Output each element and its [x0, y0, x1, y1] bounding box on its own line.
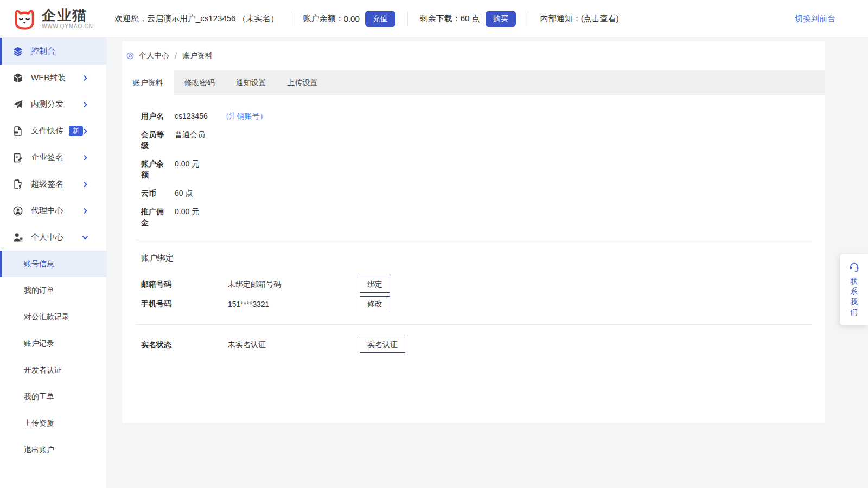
field-label: 账户余额 [141, 158, 167, 180]
paper-plane-icon [12, 99, 23, 110]
sidebar-subitem-label: 我的订单 [24, 286, 54, 296]
person-icon [12, 232, 23, 243]
sidebar-subitem-label: 账户记录 [24, 339, 54, 349]
sidebar-subitem-account-info[interactable]: 账号信息 [0, 251, 106, 277]
field-label: 推广佣金 [141, 206, 167, 228]
chevron-right-icon [81, 181, 89, 188]
tab-upload-settings[interactable]: 上传设置 [277, 70, 328, 95]
contact-us-label: 们 [850, 307, 858, 317]
certificate-file-icon [12, 179, 23, 190]
tab-notification-settings[interactable]: 通知设置 [225, 70, 277, 95]
sidebar-subitem-upload-qualification[interactable]: 上传资质 [0, 410, 106, 436]
cat-logo-icon [12, 8, 37, 30]
realname-verify-button[interactable]: 实名认证 [360, 337, 405, 353]
balance-value: 0.00 [344, 14, 360, 23]
contact-us-label: 我 [850, 297, 858, 307]
breadcrumb-page: 账户资料 [182, 51, 213, 61]
sidebar-item-personal-center[interactable]: 个人中心 [0, 224, 106, 251]
modify-phone-button[interactable]: 修改 [360, 296, 390, 312]
binding-section-title: 账户绑定 [141, 253, 825, 264]
bind-email-button[interactable]: 绑定 [360, 277, 390, 293]
section-divider [136, 324, 811, 325]
sidebar-item-super-signature[interactable]: 超级签名 [0, 171, 106, 197]
sidebar-item-file-transfer[interactable]: 文件快传 新 [0, 118, 106, 144]
chevron-right-icon [81, 74, 89, 82]
sidebar-subitem-developer-auth[interactable]: 开发者认证 [0, 357, 106, 383]
sidebar-subitem-label: 上传资质 [24, 419, 54, 428]
header-divider [528, 12, 528, 26]
cloud-coin-value: 60 点 [175, 188, 193, 198]
sidebar-item-label: WEB封装 [31, 73, 66, 83]
sidebar-subitem-label: 账号信息 [24, 259, 54, 269]
clipboard-pen-icon [12, 152, 23, 163]
field-label: 云币 [141, 188, 167, 198]
sidebar-subitem-label: 退出账户 [24, 445, 54, 455]
main-content: 个人中心 / 账户资料 账户资料 修改密码 通知设置 上传设置 用户名 cs12… [107, 38, 868, 488]
internal-notice-link[interactable]: 内部通知：(点击查看) [540, 14, 619, 24]
breadcrumb-section[interactable]: 个人中心 [139, 51, 169, 61]
chevron-right-icon [81, 127, 89, 135]
deactivate-account-link[interactable]: （注销账号） [222, 112, 267, 120]
sidebar-item-label: 控制台 [31, 46, 55, 56]
tab-change-password[interactable]: 修改密码 [174, 70, 225, 95]
balance-group: 账户余额： 0.00 充值 [303, 11, 395, 27]
sidebar-subitem-logout[interactable]: 退出账户 [0, 436, 106, 463]
account-balance-row: 账户余额 0.00 元 [141, 158, 811, 180]
field-label: 手机号码 [141, 299, 228, 309]
welcome-text: 欢迎您，云启演示用户_cs123456 （未实名） [114, 14, 279, 24]
sidebar-item-label: 企业签名 [31, 152, 63, 163]
header-divider [291, 12, 291, 26]
sidebar-subitem-my-orders[interactable]: 我的订单 [0, 277, 106, 304]
sidebar-item-beta-distribution[interactable]: 内测分发 [0, 91, 106, 118]
username-value: cs123456 [175, 112, 208, 120]
sidebar-item-label: 文件快传 [31, 126, 63, 136]
box-icon [12, 73, 23, 84]
sidebar-subitem-corporate-remittance[interactable]: 对公汇款记录 [0, 304, 106, 330]
switch-to-front-link[interactable]: 切换到前台 [795, 14, 835, 24]
target-icon [126, 52, 135, 60]
field-label: 邮箱号码 [141, 280, 228, 290]
chevron-right-icon [81, 207, 89, 215]
sidebar-item-enterprise-signature[interactable]: 企业签名 [0, 144, 106, 171]
contact-us-label: 系 [850, 286, 858, 297]
sidebar-subitem-account-records[interactable]: 账户记录 [0, 330, 106, 357]
recharge-button[interactable]: 充值 [365, 11, 395, 27]
phone-binding-row: 手机号码 151****3321 修改 [141, 296, 825, 312]
realname-status-value: 未实名认证 [228, 340, 360, 350]
chevron-right-icon [81, 154, 89, 162]
breadcrumb-separator: / [175, 52, 177, 60]
member-level-row: 会员等级 普通会员 [141, 129, 811, 151]
downloads-label: 剩余下载： [420, 14, 461, 24]
sidebar: 控制台 WEB封装 内测分发 文件快传 新 企业签名 [0, 38, 107, 488]
logo-url: WWW.QYMAO.CN [42, 23, 93, 29]
layers-icon [12, 46, 23, 57]
sidebar-subitem-my-tickets[interactable]: 我的工单 [0, 383, 106, 410]
sidebar-item-console[interactable]: 控制台 [0, 38, 106, 65]
commission-row: 推广佣金 0.00 元 [141, 206, 811, 228]
username-row: 用户名 cs123456 （注销账号） [141, 111, 811, 121]
cloud-coin-row: 云币 60 点 [141, 188, 811, 198]
phone-binding-value: 151****3321 [228, 300, 360, 309]
sidebar-item-web-package[interactable]: WEB封装 [0, 65, 106, 91]
sidebar-subitem-label: 对公汇款记录 [24, 312, 69, 322]
chevron-down-icon [81, 234, 89, 241]
buy-button[interactable]: 购买 [486, 11, 516, 27]
logo[interactable]: 企业猫 WWW.QYMAO.CN [0, 8, 107, 30]
email-binding-row: 邮箱号码 未绑定邮箱号码 绑定 [141, 277, 825, 293]
account-profile-form: 用户名 cs123456 （注销账号） 会员等级 普通会员 账户余额 0.00 … [122, 95, 825, 228]
agent-icon [12, 206, 23, 216]
tab-account-profile[interactable]: 账户资料 [122, 70, 174, 95]
breadcrumb: 个人中心 / 账户资料 [122, 41, 825, 70]
chevron-right-icon [81, 101, 89, 108]
sidebar-subitem-label: 开发者认证 [24, 365, 62, 375]
sidebar-item-label: 代理中心 [31, 206, 63, 216]
field-label: 会员等级 [141, 129, 167, 151]
sidebar-item-label: 个人中心 [31, 232, 63, 242]
account-balance-value: 0.00 元 [175, 158, 199, 180]
zip-file-icon [12, 126, 23, 137]
sidebar-item-agent-center[interactable]: 代理中心 [0, 197, 106, 224]
logo-title: 企业猫 [42, 7, 87, 23]
contact-us-widget[interactable]: 联 系 我 们 [840, 254, 868, 325]
tab-bar: 账户资料 修改密码 通知设置 上传设置 [122, 70, 825, 95]
header-divider [407, 12, 408, 26]
